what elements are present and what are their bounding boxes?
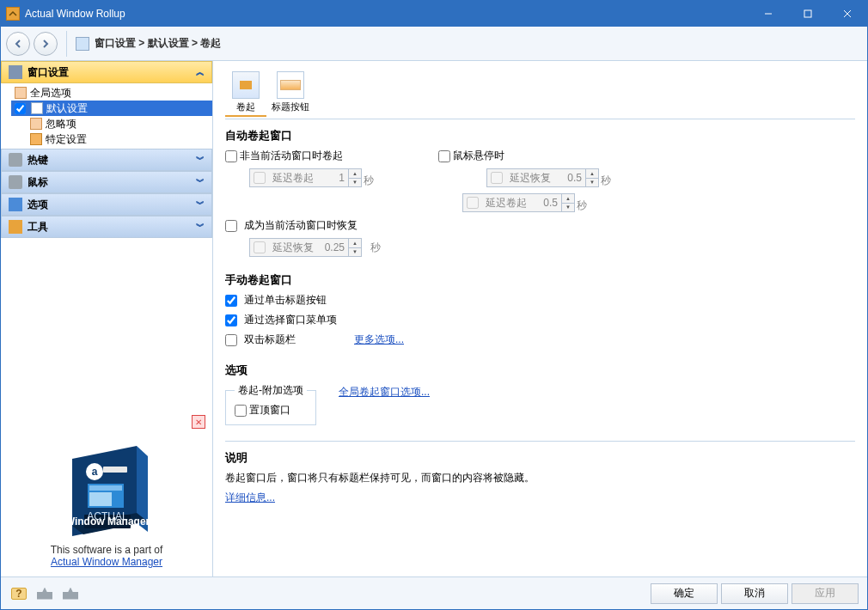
tree-item-ignore[interactable]: 忽略项 [11,116,212,131]
chevron-up-icon: ︽ [196,66,205,78]
titlebar: Actual Window Rollup [1,1,867,27]
list-icon [15,87,27,99]
svg-text:a: a [92,466,98,478]
svg-rect-1 [804,10,811,17]
tree-item-default-check[interactable] [15,103,26,114]
footer: ? 确定 取消 应用 [1,576,867,609]
sidebar-tree: 全局选项 默认设置 忽略项 特定设置 [1,83,212,149]
chevron-down-icon: ︾ [196,221,205,233]
minimize-button[interactable] [749,1,788,27]
undo-button[interactable] [35,584,54,603]
tools-icon [9,220,22,234]
svg-rect-12 [89,492,112,506]
maximize-button[interactable] [788,1,828,27]
navbar: 窗口设置 > 默认设置 > 卷起 [1,27,867,61]
breadcrumb-icon [76,37,89,51]
spinner[interactable]: ▲▼ [561,194,574,211]
help-button[interactable]: ? [9,584,28,603]
tree-item-specific[interactable]: 特定设置 [11,131,212,147]
check-window-menu[interactable] [225,314,237,326]
label-restore-active: 成为当前活动窗口时恢复 [244,218,358,233]
breadcrumb-seg-2[interactable]: 默认设置 [148,37,189,49]
check-delay-restore[interactable] [254,241,266,253]
close-button[interactable] [828,1,867,27]
rollup-icon [232,71,260,99]
fieldset-extra: 卷起-附加选项 置顶窗口 [225,383,316,425]
sidebar-header-options[interactable]: 选项︾ [1,193,212,216]
sidebar-header-tools[interactable]: 工具︾ [1,216,212,238]
check-click-titlebtn[interactable] [225,295,237,307]
field-delay-rollup[interactable]: 延迟卷起 1 ▲▼ [249,168,362,187]
promo-box-image: a ACTUAL Window Manager [55,437,158,540]
tab-rollup[interactable]: 卷起 [225,70,266,117]
section-title-manual: 手动卷起窗口 [225,272,855,288]
apply-button[interactable]: 应用 [792,583,859,604]
app-title: Actual Window Rollup [25,8,749,20]
nav-separator [66,31,67,57]
app-icon [6,7,20,21]
tab-titlebtn[interactable]: 标题按钮 [270,70,311,117]
sidebar: 窗口设置 ︽ 全局选项 默认设置 忽略项 特定设置 热键︾ 鼠标︾ 选项︾ 工具… [1,61,213,576]
section-manual: 手动卷起窗口 通过单击标题按钮 通过选择窗口菜单项 双击标题栏 更多选项... [225,272,855,347]
label-hover: 鼠标悬停时 [453,149,504,162]
breadcrumb-seg-1[interactable]: 窗口设置 [95,37,136,49]
legend-extra: 卷起-附加选项 [235,383,307,398]
check-dblclick-title[interactable] [225,334,237,346]
nav-forward-button[interactable] [34,32,58,56]
mouse-icon [9,175,22,189]
spinner[interactable]: ▲▼ [348,239,361,256]
breadcrumb-seg-3[interactable]: 卷起 [200,37,221,49]
check-topmost[interactable] [235,405,247,417]
chevron-down-icon: ︾ [196,176,205,188]
cancel-button[interactable]: 取消 [721,583,788,604]
hotkey-icon [9,153,22,167]
app-window: Actual Window Rollup 窗口设置 > 默认设置 > 卷起 窗口… [0,0,868,610]
divider [225,441,855,442]
sidebar-header-mouse[interactable]: 鼠标︾ [1,171,212,193]
check-delay-rollup[interactable] [254,172,266,184]
check-hover[interactable] [438,150,450,162]
check-hover-restore[interactable] [491,172,503,184]
options-icon [9,198,22,211]
nav-back-button[interactable] [6,32,30,56]
label-click-titlebtn: 通过单击标题按钮 [244,293,327,308]
doc-icon [30,118,42,130]
section-title-auto: 自动卷起窗口 [225,128,855,143]
sidebar-header-window[interactable]: 窗口设置 ︽ [1,61,212,83]
section-auto: 自动卷起窗口 非当前活动窗口时卷起 鼠标悬停时 延迟卷起 1 [225,128,855,257]
link-more-options[interactable]: 更多选项... [354,332,404,347]
check-inactive-rollup[interactable] [225,150,237,162]
sidebar-header-hotkey[interactable]: 热键︾ [1,149,212,171]
svg-rect-11 [89,485,122,491]
label-inactive-rollup: 非当前活动窗口时卷起 [240,149,343,162]
field-hover-rollup[interactable]: 延迟卷起 0.5 ▲▼ [462,193,575,212]
spinner[interactable]: ▲▼ [348,169,361,186]
check-restore-active[interactable] [225,220,237,232]
doc-icon [30,133,42,145]
body: 窗口设置 ︽ 全局选项 默认设置 忽略项 特定设置 热键︾ 鼠标︾ 选项︾ 工具… [1,61,867,576]
breadcrumb: 窗口设置 > 默认设置 > 卷起 [76,36,221,51]
promo-link[interactable]: Actual Window Manager [51,556,162,568]
tree-item-default[interactable]: 默认设置 [11,101,212,116]
svg-text:Window Manager: Window Manager [65,515,150,528]
description-text: 卷起窗口后，窗口将只有标题栏保持可见，而窗口的内容将被隐藏。 [225,471,855,485]
tabs: 卷起 标题按钮 [225,70,855,119]
content: 卷起 标题按钮 自动卷起窗口 非当前活动窗口时卷起 鼠标悬停时 [213,61,867,576]
section-description: 说明 卷起窗口后，窗口将只有标题栏保持可见，而窗口的内容将被隐藏。 详细信息..… [225,450,855,505]
field-hover-restore[interactable]: 延迟恢复 0.5 ▲▼ [486,168,599,187]
label-window-menu: 通过选择窗口菜单项 [244,313,337,327]
spinner[interactable]: ▲▼ [585,169,598,186]
tree-item-global[interactable]: 全局选项 [11,85,212,101]
redo-button[interactable] [61,584,80,603]
svg-rect-9 [103,467,127,473]
section-title-desc: 说明 [225,450,855,466]
sidebar-collapse-button[interactable]: ✕ [192,415,205,429]
section-options: 选项 卷起-附加选项 置顶窗口 全局卷起窗口选项... [225,363,855,425]
titlebtn-icon [277,71,304,99]
promo-text: This software is a part of [51,544,163,556]
link-global-rollup-options[interactable]: 全局卷起窗口选项... [339,385,430,400]
field-delay-restore[interactable]: 延迟恢复 0.25 ▲▼ [249,238,362,257]
ok-button[interactable]: 确定 [651,583,718,604]
link-more-info[interactable]: 详细信息... [225,491,275,503]
check-hover-rollup[interactable] [467,197,479,209]
